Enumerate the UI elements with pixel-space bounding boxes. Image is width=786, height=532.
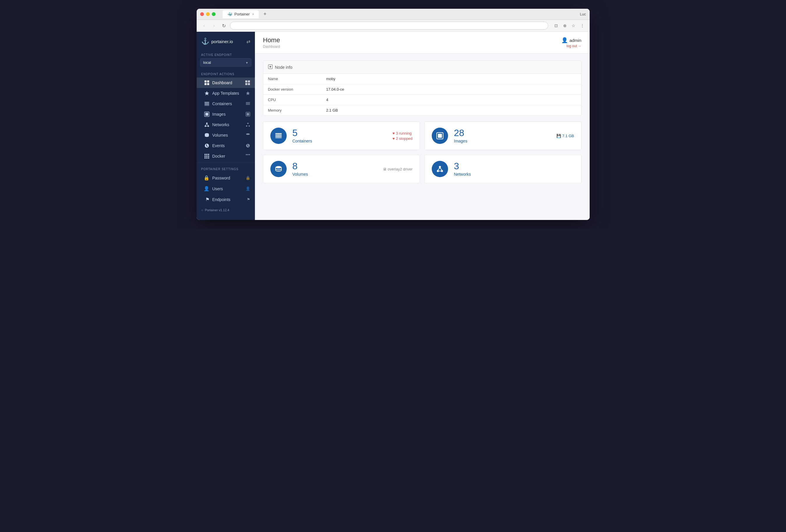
events-icon bbox=[201, 143, 209, 148]
reload-button[interactable]: ↻ bbox=[220, 22, 228, 30]
svg-rect-13 bbox=[246, 103, 250, 104]
sidebar-version: ○ Portainer v1.12.4 bbox=[196, 205, 255, 215]
sidebar-item-password[interactable]: 🔒 Password 🔒 bbox=[196, 172, 255, 183]
node-info-title: Node info bbox=[275, 65, 293, 70]
browser-navbar: ‹ › ↻ localhost:9000/#/dashboard ⊡ ⊕ ☆ ⋮ bbox=[196, 20, 590, 32]
sidebar-item-events[interactable]: Events bbox=[196, 140, 255, 151]
node-info-label-name: Name bbox=[263, 74, 322, 84]
endpoint-select[interactable]: local bbox=[200, 58, 251, 67]
active-tab[interactable]: 🐳 Portainer × bbox=[223, 10, 259, 18]
node-info-value-cpu: 4 bbox=[322, 95, 581, 105]
node-info-icon bbox=[268, 64, 273, 70]
endpoint-selector[interactable]: local bbox=[200, 58, 251, 67]
password-icon-right: 🔒 bbox=[246, 176, 250, 180]
page-title: Home bbox=[263, 37, 280, 44]
svg-point-26 bbox=[246, 125, 247, 126]
stat-card-images[interactable]: 28 Images 💾 7.1 GB bbox=[424, 121, 581, 150]
node-info-value-name: moby bbox=[322, 74, 581, 84]
new-tab-button[interactable]: + bbox=[261, 11, 269, 17]
address-bar[interactable]: localhost:9000/#/dashboard bbox=[230, 22, 548, 30]
svg-rect-9 bbox=[205, 103, 209, 104]
tab-area: 🐳 Portainer × + bbox=[223, 10, 269, 18]
endpoints-icon: ⚑ bbox=[201, 196, 209, 202]
volumes-stat-meta: 🖥 overlay2 driver bbox=[383, 167, 413, 171]
images-icon bbox=[201, 112, 209, 117]
sidebar-item-label-users: Users bbox=[212, 186, 223, 191]
page-subtitle: Dashboard bbox=[263, 45, 280, 49]
networks-stat-label: Networks bbox=[454, 172, 574, 177]
networks-stat-number: 3 bbox=[454, 161, 574, 171]
app-layout: ⚓ portainer.io ⇄ ACTIVE ENDPOINT local E… bbox=[196, 32, 590, 220]
sidebar-item-label-dashboard: Dashboard bbox=[212, 80, 232, 85]
svg-line-55 bbox=[440, 168, 442, 170]
sidebar-item-label-networks: Networks bbox=[212, 122, 229, 127]
networks-icon bbox=[201, 122, 209, 127]
svg-rect-3 bbox=[207, 83, 209, 85]
extensions-icon[interactable]: ⊕ bbox=[561, 22, 569, 29]
sidebar-item-networks[interactable]: Networks bbox=[196, 119, 255, 130]
containers-icon-right bbox=[246, 101, 250, 106]
node-info-label-memory: Memory bbox=[263, 105, 322, 116]
main-content: Home Dashboard 👤 admin log out → bbox=[255, 32, 590, 220]
stat-card-volumes[interactable]: 8 Volumes 🖥 overlay2 driver bbox=[263, 155, 420, 183]
users-icon: 👤 bbox=[201, 186, 209, 191]
sidebar-item-label-password: Password bbox=[212, 176, 230, 180]
password-icon: 🔒 bbox=[201, 175, 209, 181]
forward-button[interactable]: › bbox=[210, 22, 218, 30]
networks-icon-right bbox=[246, 122, 250, 127]
svg-point-51 bbox=[439, 166, 441, 168]
volumes-icon-right bbox=[246, 133, 250, 138]
sidebar-item-docker[interactable]: Docker bbox=[196, 151, 255, 161]
close-button[interactable] bbox=[200, 12, 204, 16]
svg-rect-49 bbox=[438, 134, 442, 138]
containers-stat-icon bbox=[270, 128, 287, 144]
svg-rect-38 bbox=[208, 157, 209, 159]
sidebar-divider bbox=[196, 163, 255, 163]
endpoints-icon-right: ⚑ bbox=[247, 197, 250, 202]
stat-card-networks[interactable]: 3 Networks bbox=[424, 155, 581, 183]
images-icon-right bbox=[246, 112, 250, 117]
users-icon-right: 👤 bbox=[246, 186, 250, 191]
svg-rect-0 bbox=[205, 80, 207, 83]
transfer-icon[interactable]: ⇄ bbox=[247, 39, 250, 44]
volumes-driver: 🖥 overlay2 driver bbox=[383, 167, 413, 171]
images-stat-number: 28 bbox=[454, 128, 551, 138]
containers-icon bbox=[201, 101, 209, 106]
sidebar-item-endpoints[interactable]: ⚑ Endpoints ⚑ bbox=[196, 194, 255, 205]
logout-link[interactable]: log out → bbox=[567, 44, 581, 48]
active-endpoint-label: ACTIVE ENDPOINT bbox=[196, 50, 255, 58]
sidebar-item-dashboard[interactable]: Dashboard bbox=[196, 77, 255, 88]
window-user-label: Luc bbox=[580, 12, 586, 16]
svg-rect-16 bbox=[205, 113, 208, 116]
svg-rect-31 bbox=[206, 154, 207, 155]
version-icon: ○ bbox=[201, 208, 203, 212]
svg-rect-32 bbox=[208, 154, 209, 155]
endpoint-actions-label: ENDPOINT ACTIONS bbox=[196, 69, 255, 77]
stat-card-containers[interactable]: 5 Containers ♥ 3 running ♥ 2 stopped bbox=[263, 121, 420, 150]
sidebar-item-volumes[interactable]: Volumes bbox=[196, 130, 255, 140]
svg-point-50 bbox=[276, 166, 281, 168]
svg-rect-11 bbox=[205, 106, 209, 106]
tab-close-button[interactable]: × bbox=[252, 12, 254, 16]
svg-rect-40 bbox=[247, 154, 249, 155]
sidebar-item-containers[interactable]: Containers bbox=[196, 98, 255, 109]
cast-icon[interactable]: ⊡ bbox=[552, 22, 560, 29]
volumes-stat-label: Volumes bbox=[293, 172, 377, 177]
bookmark-icon[interactable]: ☆ bbox=[570, 22, 577, 29]
svg-rect-18 bbox=[247, 113, 249, 116]
volumes-driver-text: overlay2 driver bbox=[388, 167, 413, 171]
images-stat-meta: 💾 7.1 GB bbox=[556, 134, 574, 138]
sidebar-item-users[interactable]: 👤 Users 👤 bbox=[196, 183, 255, 194]
back-button[interactable]: ‹ bbox=[200, 22, 208, 30]
maximize-button[interactable] bbox=[212, 12, 215, 16]
svg-rect-8 bbox=[205, 102, 209, 102]
svg-rect-44 bbox=[275, 133, 282, 134]
sidebar-item-label-volumes: Volumes bbox=[212, 133, 228, 138]
sidebar-item-images[interactable]: Images bbox=[196, 109, 255, 119]
sidebar-item-label-events: Events bbox=[212, 143, 225, 148]
sidebar-item-app-templates[interactable]: App Templates bbox=[196, 88, 255, 98]
containers-running: ♥ 3 running bbox=[392, 131, 413, 136]
minimize-button[interactable] bbox=[206, 12, 210, 16]
menu-icon[interactable]: ⋮ bbox=[579, 22, 586, 29]
logo-text: portainer.io bbox=[211, 39, 233, 44]
